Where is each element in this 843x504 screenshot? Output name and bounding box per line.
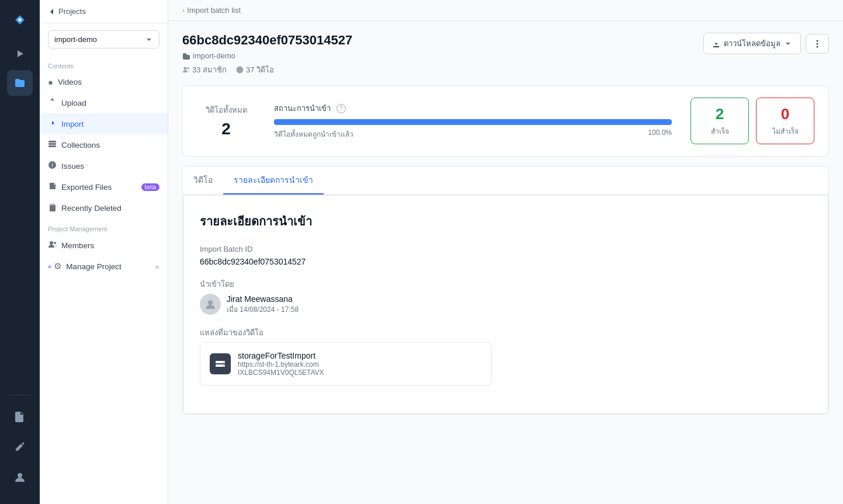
progress-bar-track <box>274 119 672 125</box>
importer-avatar <box>200 294 221 315</box>
source-name: storageForTestImport <box>238 351 324 360</box>
contents-label: Contents <box>40 55 168 72</box>
svg-rect-3 <box>48 141 56 142</box>
info-icon[interactable]: ? <box>336 104 346 113</box>
success-count: 2 <box>705 105 734 123</box>
total-videos-label: วิดีโอทั้งหมด <box>197 104 255 116</box>
svg-point-19 <box>223 362 224 363</box>
svg-point-16 <box>208 300 213 305</box>
sidebar-icon-tools[interactable] <box>7 434 33 460</box>
svg-marker-1 <box>18 50 23 57</box>
success-count-box: 2 สำเร็จ <box>691 98 749 144</box>
sidebar-label-manage-project: Manage Project <box>66 262 122 271</box>
status-counts: 2 สำเร็จ 0 ไม่สำเร็จ <box>691 98 814 144</box>
import-status-section: สถานะการนำเข้า ? วิดีโอทั้งหมดถูกนำเข้าแ… <box>274 102 672 140</box>
sidebar-item-exported-files[interactable]: Exported Files beta <box>40 176 168 197</box>
breadcrumb-link[interactable]: Import batch list <box>187 6 241 15</box>
importer-date: เมื่อ 14/08/2024 - 17:58 <box>227 304 299 315</box>
svg-point-20 <box>223 365 224 366</box>
tab-import-details[interactable]: รายละเอียดการนำเข้า <box>223 166 324 194</box>
download-label: ดาวน์โหลดข้อมูล <box>724 37 780 50</box>
fail-count-box: 0 ไม่สำเร็จ <box>756 98 814 144</box>
issues-icon <box>48 161 57 171</box>
stat-videos: ● 37 วิดีโอ <box>236 64 274 76</box>
svg-point-2 <box>18 473 22 478</box>
svg-text:●: ● <box>238 68 240 72</box>
manage-project-icon: ⚙ <box>54 261 61 272</box>
sidebar-label-upload: Upload <box>61 99 86 107</box>
sidebar-item-import[interactable]: Import <box>40 113 168 134</box>
collections-icon <box>48 140 57 150</box>
sidebar-label-collections: Collections <box>61 141 100 150</box>
source-info: storageForTestImport https://st-th-1.byt… <box>238 351 324 377</box>
sidebar-item-upload[interactable]: Upload <box>40 92 168 113</box>
members-icon <box>48 240 57 251</box>
upload-icon <box>48 98 57 108</box>
sidebar-item-videos[interactable]: ● Videos <box>40 72 168 92</box>
sidebar-item-issues[interactable]: Issues <box>40 155 168 176</box>
more-options-button[interactable] <box>806 34 829 54</box>
stat-videos-value: 37 วิดีโอ <box>246 64 274 76</box>
project-management-label: Project Management <box>40 218 168 235</box>
batch-id-value: 66bc8dc92340ef0753014527 <box>200 257 811 266</box>
svg-rect-4 <box>48 143 56 145</box>
sidebar-item-recently-deleted[interactable]: Recently Deleted <box>40 197 168 218</box>
videos-icon: ● <box>48 77 53 87</box>
import-status-label: สถานะการนำเข้า <box>274 102 331 114</box>
sidebar-item-collections[interactable]: Collections <box>40 134 168 155</box>
project-selector[interactable]: import-demo <box>48 30 159 48</box>
sidebar-icon-user[interactable] <box>7 464 33 490</box>
batch-id-field: Import Batch ID 66bc8dc92340ef0753014527 <box>200 245 811 266</box>
logo[interactable] <box>7 7 33 33</box>
back-to-projects[interactable]: Projects <box>48 7 86 16</box>
progress-percent: 100.0% <box>648 128 672 140</box>
importer-field: นำเข้าโดย Jirat Meewassana เมื่อ 14/08/2… <box>200 278 811 315</box>
sidebar-item-members[interactable]: Members <box>40 235 168 256</box>
progress-description: วิดีโอทั้งหมดถูกนำเข้าแล้ว <box>274 128 353 140</box>
sidebar-label-exported-files: Exported Files <box>61 183 112 192</box>
fail-label: ไม่สำเร็จ <box>771 126 800 137</box>
page-header-right: ดาวน์โหลดข้อมูล <box>703 33 829 54</box>
svg-point-6 <box>50 241 53 245</box>
tab-import-details-label: รายละเอียดการนำเข้า <box>234 175 313 185</box>
sidebar-item-manage-project[interactable]: » ⚙ Manage Project « <box>40 256 168 277</box>
icon-bar <box>0 0 40 504</box>
importer-name: Jirat Meewassana <box>227 294 299 304</box>
import-icon <box>48 119 57 129</box>
download-button[interactable]: ดาวน์โหลดข้อมูล <box>703 33 801 54</box>
importer-row: Jirat Meewassana เมื่อ 14/08/2024 - 17:5… <box>200 294 811 315</box>
detail-title: รายละเอียดการนำเข้า <box>200 212 811 231</box>
sidebar-label-issues: Issues <box>61 162 84 171</box>
svg-point-7 <box>54 242 56 244</box>
progress-bar-fill <box>274 119 672 125</box>
source-storage-icon <box>210 353 231 374</box>
content-area: 66bc8dc92340ef0753014527 import-demo 33 … <box>168 21 843 504</box>
sidebar-label-import: Import <box>61 120 84 128</box>
svg-point-8 <box>184 67 187 70</box>
page-header-left: 66bc8dc92340ef0753014527 import-demo 33 … <box>182 33 352 76</box>
status-header: สถานะการนำเข้า ? <box>274 102 672 114</box>
recently-deleted-icon <box>48 203 57 213</box>
source-url: https://st-th-1.byteark.com <box>238 360 324 369</box>
breadcrumb: ‹ Import batch list <box>168 0 843 21</box>
sidebar-label-members: Members <box>61 241 94 250</box>
collapse-icon[interactable]: « <box>155 262 159 271</box>
total-videos-section: วิดีโอทั้งหมด 2 <box>197 104 255 138</box>
tab-videos[interactable]: วิดีโอ <box>183 166 223 194</box>
source-field: แหล่งที่มาของวิดีโอ storageForTestImport… <box>200 326 811 385</box>
svg-point-9 <box>187 67 189 69</box>
exported-files-icon <box>48 182 57 192</box>
project-name-value: import-demo <box>193 51 235 60</box>
progress-text: วิดีโอทั้งหมดถูกนำเข้าแล้ว 100.0% <box>274 128 672 140</box>
sidebar-label-videos: Videos <box>58 78 82 86</box>
sidebar-icon-play[interactable] <box>7 41 33 67</box>
page-title: 66bc8dc92340ef0753014527 <box>182 33 352 48</box>
svg-point-13 <box>817 40 818 41</box>
svg-point-14 <box>817 43 818 44</box>
sidebar-icon-folder[interactable] <box>7 70 33 96</box>
icon-bar-divider <box>8 395 32 395</box>
stat-members-value: 33 สมาชิก <box>192 64 227 76</box>
batch-id-label: Import Batch ID <box>200 245 811 253</box>
stats-card: วิดีโอทั้งหมด 2 สถานะการนำเข้า ? วิดีโอท… <box>182 85 829 157</box>
sidebar-icon-document[interactable] <box>7 404 33 429</box>
